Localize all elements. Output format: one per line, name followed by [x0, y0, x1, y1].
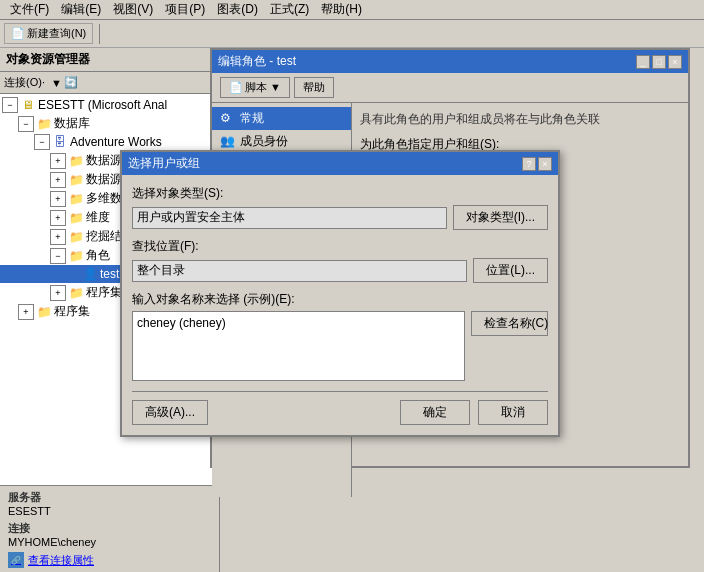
role-icon: 👤	[82, 266, 98, 282]
menu-edit[interactable]: 编辑(E)	[55, 0, 107, 20]
dialog-buttons: 高级(A)... 确定 取消	[132, 391, 548, 425]
location-input[interactable]	[132, 260, 467, 282]
datasources-icon: 📁	[68, 153, 84, 169]
panel-toolbar: 连接(O)· ▼ 🔄	[0, 72, 219, 94]
server-icon: 🖥	[20, 97, 36, 113]
filter-icon: ▼	[51, 77, 62, 89]
script-button[interactable]: 📄 脚本 ▼	[220, 77, 290, 98]
dialog-close-button[interactable]: ×	[538, 157, 552, 171]
location-row: 查找位置(F): 位置(L)...	[132, 238, 548, 283]
expander-mining[interactable]: +	[50, 229, 66, 245]
menu-bar: 文件(F) 编辑(E) 视图(V) 项目(P) 图表(D) 正式(Z) 帮助(H…	[0, 0, 704, 20]
location-button[interactable]: 位置(L)...	[473, 258, 548, 283]
connection-section: 连接 MYHOME\cheney	[8, 521, 211, 548]
expander-roles[interactable]: −	[50, 248, 66, 264]
tree-item-databases[interactable]: − 📁 数据库	[0, 114, 219, 133]
expander-aw[interactable]: −	[34, 134, 50, 150]
db-icon: 🗄	[52, 134, 68, 150]
object-type-input[interactable]	[132, 207, 447, 229]
window-controls: _ □ ×	[636, 55, 682, 69]
panel-title: 对象资源管理器	[0, 48, 219, 72]
name-input-label: 输入对象名称来选择 (示例)(E):	[132, 291, 548, 308]
cancel-button[interactable]: 取消	[478, 400, 548, 425]
expander-ds[interactable]: +	[50, 153, 66, 169]
maximize-button[interactable]: □	[652, 55, 666, 69]
expander-cubes[interactable]: +	[50, 191, 66, 207]
object-type-row: 选择对象类型(S): 对象类型(I)...	[132, 185, 548, 230]
name-inline: cheney (cheney) 检查名称(C)	[132, 311, 548, 381]
expander-asm[interactable]: +	[18, 304, 34, 320]
tree-item-adventureworks[interactable]: − 🗄 Adventure Works	[0, 133, 219, 151]
minimize-button[interactable]: _	[636, 55, 650, 69]
mining-icon: 📁	[68, 229, 84, 245]
main-toolbar: 📄 新建查询(N)	[0, 20, 704, 48]
script-toolbar: 📄 脚本 ▼ 帮助	[220, 73, 688, 103]
name-textarea[interactable]: cheney (cheney)	[132, 311, 465, 381]
dialog-title-controls: ? ×	[522, 157, 552, 171]
menu-formal[interactable]: 正式(Z)	[264, 0, 315, 20]
location-inline: 位置(L)...	[132, 258, 548, 283]
server-label: ESESTT (Microsoft Anal	[38, 98, 167, 112]
tree-item-server[interactable]: − 🖥 ESESTT (Microsoft Anal	[0, 96, 219, 114]
expander-databases[interactable]: −	[18, 116, 34, 132]
object-type-label: 选择对象类型(S):	[132, 185, 548, 202]
select-user-dialog: 选择用户或组 ? × 选择对象类型(S): 对象类型(I)... 查找位置(F)…	[120, 150, 560, 437]
new-query-button[interactable]: 📄 新建查询(N)	[4, 23, 93, 44]
connect-label[interactable]: 连接(O)·	[4, 75, 45, 90]
toolbar-spacer	[106, 26, 205, 41]
name-input-row: 输入对象名称来选择 (示例)(E): cheney (cheney) 检查名称(…	[132, 291, 548, 381]
refresh-icon[interactable]: 🔄	[64, 76, 78, 89]
dialog-help-button[interactable]: ?	[522, 157, 536, 171]
dimensions-icon: 📁	[68, 210, 84, 226]
link-icon: 🔗	[8, 552, 24, 568]
ok-button[interactable]: 确定	[400, 400, 470, 425]
dialog-title: 选择用户或组	[128, 155, 200, 172]
dialog-body: 选择对象类型(S): 对象类型(I)... 查找位置(F): 位置(L)... …	[122, 175, 558, 435]
toolbar-separator	[99, 24, 100, 44]
expander-dim[interactable]: +	[50, 210, 66, 226]
dsv-icon: 📁	[68, 172, 84, 188]
expander-asm-aw[interactable]: +	[50, 285, 66, 301]
menu-project[interactable]: 项目(P)	[159, 0, 211, 20]
view-connection-link[interactable]: 🔗 查看连接属性	[8, 552, 211, 568]
membership-icon: 👥	[220, 134, 236, 150]
check-name-button[interactable]: 检查名称(C)	[471, 311, 548, 336]
close-button[interactable]: ×	[668, 55, 682, 69]
server-section: 服务器 ESESTT	[8, 490, 211, 517]
script-icon: 📄	[229, 81, 243, 94]
menu-file[interactable]: 文件(F)	[4, 0, 55, 20]
location-label: 查找位置(F):	[132, 238, 548, 255]
status-panel: 服务器 ESESTT 连接 MYHOME\cheney 🔗 查看连接属性	[0, 485, 219, 572]
assemblies-icon: 📁	[36, 304, 52, 320]
object-type-button[interactable]: 对象类型(I)...	[453, 205, 548, 230]
menu-view[interactable]: 视图(V)	[107, 0, 159, 20]
dialog-titlebar: 选择用户或组 ? ×	[122, 152, 558, 175]
menu-chart[interactable]: 图表(D)	[211, 0, 264, 20]
nav-general[interactable]: ⚙ 常规	[220, 107, 351, 130]
advanced-button[interactable]: 高级(A)...	[132, 400, 208, 425]
help-button[interactable]: 帮助	[294, 77, 334, 98]
edit-role-titlebar: 编辑角色 - test _ □ ×	[220, 50, 688, 73]
new-query-icon: 📄	[11, 27, 25, 40]
databases-icon: 📁	[36, 116, 52, 132]
menu-help[interactable]: 帮助(H)	[315, 0, 368, 20]
expander-server[interactable]: −	[2, 97, 18, 113]
edit-role-title: 编辑角色 - test	[220, 53, 296, 70]
expander-dsv[interactable]: +	[50, 172, 66, 188]
object-type-inline: 对象类型(I)...	[132, 205, 548, 230]
general-icon: ⚙	[220, 111, 236, 127]
role-description: 具有此角色的用户和组成员将在与此角色关联	[360, 111, 680, 128]
cubes-icon: 📁	[68, 191, 84, 207]
assemblies-aw-icon: 📁	[68, 285, 84, 301]
roles-icon: 📁	[68, 248, 84, 264]
